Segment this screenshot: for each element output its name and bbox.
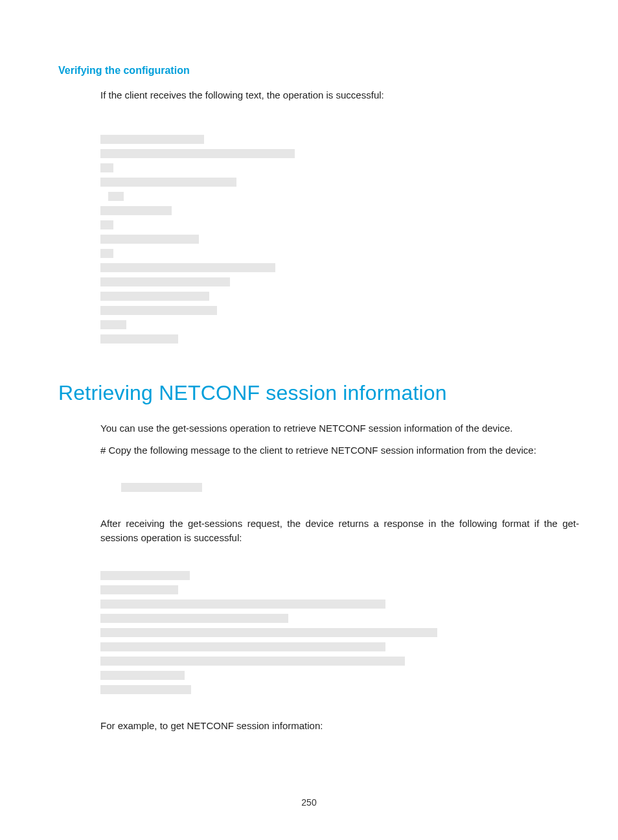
redacted-code-line (100, 642, 579, 657)
redacted-code-line (100, 600, 579, 614)
paragraph-3: # Copy the following message to the clie… (100, 443, 579, 458)
redacted-code-line (100, 220, 579, 235)
paragraph-4: After receiving the get-sessions request… (100, 517, 579, 545)
page-container: Verifying the configuration If the clien… (0, 0, 618, 840)
redacted-text (100, 249, 113, 258)
redacted-code-line (100, 292, 579, 306)
redacted-text (100, 642, 385, 651)
redacted-text (100, 614, 288, 623)
redacted-text (100, 206, 172, 215)
page-number: 250 (0, 797, 618, 808)
redacted-code-line (100, 149, 579, 163)
redacted-text (100, 685, 191, 694)
redacted-code-line (100, 483, 579, 497)
redacted-text (100, 292, 209, 301)
redacted-text (100, 178, 236, 187)
redacted-text (100, 600, 385, 609)
redacted-code-line (100, 249, 579, 263)
redacted-text (100, 277, 230, 286)
redacted-text (100, 585, 178, 594)
redacted-code-line (100, 277, 579, 292)
redacted-code-line (100, 192, 579, 206)
code-block-3 (100, 571, 579, 699)
redacted-code-line (100, 306, 579, 320)
heading-verifying-configuration: Verifying the configuration (58, 65, 579, 76)
redacted-text (100, 657, 405, 666)
redacted-text (100, 320, 126, 329)
redacted-text (100, 571, 190, 580)
redacted-code-line (100, 320, 579, 334)
redacted-text (100, 149, 295, 158)
paragraph-2: You can use the get-sessions operation t… (100, 421, 579, 436)
redacted-code-line (100, 263, 579, 277)
redacted-code-line (100, 657, 579, 671)
redacted-text (100, 220, 113, 229)
redacted-code-line (100, 178, 579, 192)
redacted-code-line (100, 585, 579, 600)
code-block-1 (100, 135, 579, 349)
heading-retrieving-session-info: Retrieving NETCONF session information (58, 381, 579, 405)
redacted-code-line (100, 628, 579, 642)
redacted-text (121, 483, 202, 492)
redacted-text (100, 671, 185, 680)
redacted-text (100, 135, 204, 144)
redacted-code-line (100, 614, 579, 628)
redacted-code-line (100, 334, 579, 349)
redacted-code-line (100, 135, 579, 149)
redacted-code-line (100, 163, 579, 178)
redacted-text (100, 306, 217, 315)
redacted-text (100, 235, 199, 244)
redacted-text (100, 263, 275, 272)
redacted-code-line (100, 571, 579, 585)
redacted-code-line (100, 235, 579, 249)
redacted-code-line (100, 206, 579, 220)
redacted-text (100, 628, 437, 637)
redacted-code-line (100, 671, 579, 685)
redacted-text (100, 163, 113, 172)
redacted-text (108, 192, 124, 201)
paragraph-1: If the client receives the following tex… (100, 88, 579, 102)
redacted-code-line (100, 685, 579, 699)
paragraph-5: For example, to get NETCONF session info… (100, 719, 579, 733)
redacted-text (100, 334, 178, 344)
code-block-2 (100, 483, 579, 497)
